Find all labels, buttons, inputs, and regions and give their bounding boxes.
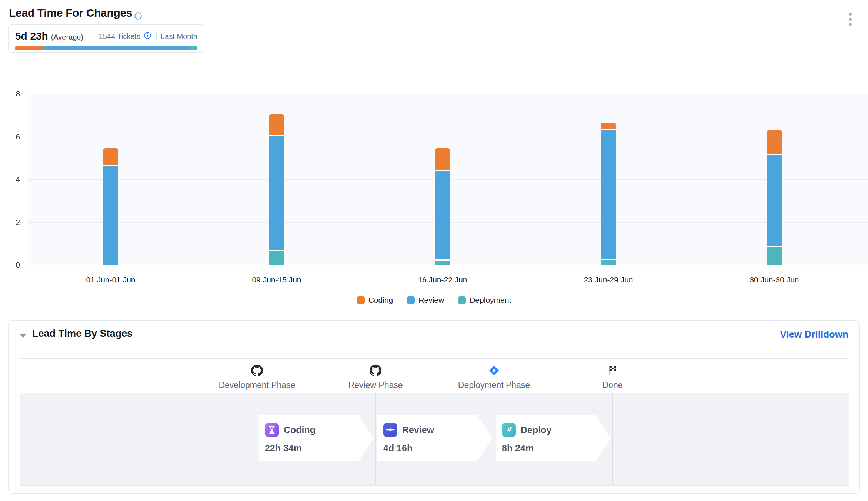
checkered-flag-icon <box>553 365 672 377</box>
bar-segment-coding[interactable] <box>601 123 616 130</box>
legend-label: Review <box>418 296 444 305</box>
collapse-caret-icon[interactable] <box>20 334 26 338</box>
y-axis-tick-label: 4 <box>4 175 20 184</box>
github-icon <box>198 365 316 377</box>
milestone-label: Review Phase <box>316 380 435 390</box>
column-divider <box>375 393 376 485</box>
stage-card-coding[interactable]: Coding 22h 34m <box>259 415 374 461</box>
gridline <box>28 265 868 265</box>
stage-label: Coding <box>284 425 316 435</box>
x-axis-tick-label: 16 Jun-22 Jun <box>418 275 467 284</box>
stage-duration: 4d 16h <box>383 443 492 454</box>
legend-label: Coding <box>368 296 393 305</box>
stage-card-deploy[interactable]: Deploy 8h 24m <box>496 415 611 461</box>
bar-segment-review[interactable] <box>269 136 284 251</box>
legend-swatch <box>407 296 415 304</box>
column-divider <box>612 393 613 485</box>
stage-duration: 22h 34m <box>265 443 374 454</box>
bar-segment-coding[interactable] <box>435 148 450 171</box>
column-divider <box>257 393 257 485</box>
bar-segment-deployment[interactable] <box>767 247 782 265</box>
bar-segment-coding[interactable] <box>269 114 284 136</box>
bar-segment-deployment[interactable] <box>601 260 616 265</box>
legend-label: Deployment <box>470 296 511 305</box>
y-axis-tick-label: 2 <box>4 218 20 227</box>
bar-segment-review[interactable] <box>767 155 782 247</box>
lead-time-dashboard: Lead Time For Changes 5d 23h(Average) 15… <box>0 0 868 501</box>
bar-segment-review[interactable] <box>601 130 616 259</box>
bar-segment-coding[interactable] <box>103 148 118 166</box>
view-drilldown-link[interactable]: View Drilldown <box>780 329 848 340</box>
milestone-done: Done <box>553 359 672 390</box>
hourglass-icon <box>265 423 279 437</box>
milestone-review-phase: Review Phase <box>316 359 435 390</box>
bar-segment-deployment[interactable] <box>269 251 284 265</box>
milestone-development-phase: Development Phase <box>198 359 316 390</box>
chart-legend: CodingReviewDeployment <box>0 296 868 305</box>
legend-item-review[interactable]: Review <box>407 296 444 305</box>
bar-segment-deployment[interactable] <box>435 261 450 265</box>
stage-duration: 8h 24m <box>502 443 611 454</box>
gridline <box>28 137 868 137</box>
bar-segment-coding[interactable] <box>767 130 782 155</box>
milestone-label: Done <box>553 380 672 390</box>
stage-label: Review <box>402 425 434 435</box>
y-axis-tick-label: 6 <box>4 132 20 141</box>
milestone-label: Development Phase <box>198 380 316 390</box>
commit-icon <box>383 423 397 437</box>
y-axis-tick-label: 0 <box>4 261 20 269</box>
stages-title: Lead Time By Stages <box>32 328 133 339</box>
milestone-label: Deployment Phase <box>435 380 553 390</box>
legend-swatch <box>458 296 466 304</box>
bar-segment-review[interactable] <box>103 166 118 265</box>
rocket-icon <box>502 423 516 437</box>
x-axis-tick-label: 30 Jun-30 Jun <box>750 275 799 284</box>
column-divider <box>494 393 494 485</box>
legend-swatch <box>357 296 365 304</box>
lead-time-chart: 0246801 Jun-01 Jun09 Jun-15 Jun16 Jun-22… <box>0 0 868 311</box>
x-axis-tick-label: 23 Jun-29 Jun <box>584 275 633 284</box>
stage-card-review[interactable]: Review 4d 16h <box>377 415 492 461</box>
stages-panel: Lead Time By Stages View Drilldown Devel… <box>8 320 860 494</box>
x-axis-tick-label: 09 Jun-15 Jun <box>252 275 301 284</box>
gridline <box>28 94 868 94</box>
milestone-deployment-phase: Deployment Phase <box>435 359 553 390</box>
legend-item-deployment[interactable]: Deployment <box>458 296 511 305</box>
y-axis-tick-label: 8 <box>4 89 20 98</box>
legend-item-coding[interactable]: Coding <box>357 296 393 305</box>
jira-icon <box>435 365 553 377</box>
stage-label: Deploy <box>521 425 551 435</box>
x-axis-tick-label: 01 Jun-01 Jun <box>86 275 135 284</box>
bar-segment-review[interactable] <box>435 171 450 261</box>
stages-table: Development Phase Review Phase Deploymen… <box>20 358 849 486</box>
github-icon <box>316 365 435 377</box>
stages-body: Coding 22h 34m Review 4d 16h Deploy 8h 2… <box>20 393 849 485</box>
